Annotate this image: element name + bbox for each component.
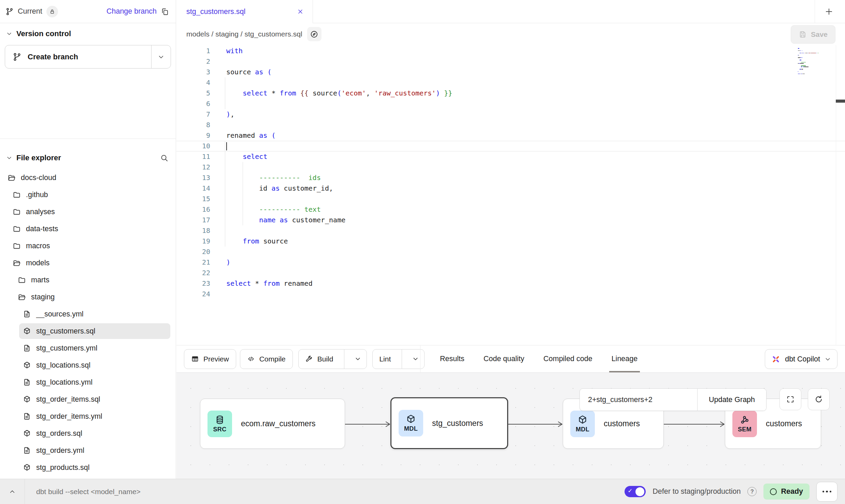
folder-icon [13, 225, 21, 233]
code-line-6[interactable]: 6 [176, 99, 845, 109]
line-text [210, 162, 226, 173]
lineage-selector-input[interactable] [580, 389, 697, 411]
file-item-stg_customers.sql[interactable]: stg_customers.sql [0, 323, 176, 340]
file-item-stg_order_items.sql[interactable]: stg_order_items.sql [0, 391, 176, 408]
copy-icon[interactable] [161, 8, 169, 16]
folder-item-marts[interactable]: marts [0, 271, 176, 288]
code-line-4[interactable]: 4 [176, 77, 845, 88]
code-line-16[interactable]: 16 ---------- text [176, 204, 845, 215]
folder-item-models[interactable]: models [0, 254, 176, 271]
code-line-10[interactable]: 10 [176, 141, 845, 151]
folder-item-macros[interactable]: macros [0, 237, 176, 254]
folder-item-staging[interactable]: staging [0, 288, 176, 306]
tab-results[interactable]: Results [440, 345, 464, 372]
code-line-19[interactable]: 19 from source [176, 236, 845, 247]
line-number: 19 [176, 236, 210, 247]
code-line-2[interactable]: 2 [176, 56, 845, 67]
wrench-icon [305, 355, 313, 363]
change-branch-link[interactable]: Change branch [106, 7, 157, 16]
status-bar-right: ✓ Defer to staging/production ? Ready [625, 482, 837, 502]
save-button[interactable]: Save [791, 25, 835, 44]
code-line-21[interactable]: 21) [176, 257, 845, 268]
line-text: renamed as ( [210, 130, 276, 141]
line-text: select * from renamed [210, 278, 313, 289]
code-line-20[interactable]: 20 [176, 247, 845, 257]
tab-compiled-code[interactable]: Compiled code [543, 345, 592, 372]
file-explorer-toggle[interactable]: File explorer [6, 153, 61, 162]
lineage-node-stg_customers[interactable]: MDLstg_customers [390, 397, 508, 449]
tab-stg-customers-sql[interactable]: stg_customers.sql [176, 0, 313, 23]
file-item-stg_order_items.yml[interactable]: stg_order_items.yml [0, 408, 176, 425]
refresh-button[interactable] [808, 388, 830, 410]
line-text [210, 225, 226, 236]
file-item-stg_locations.sql[interactable]: stg_locations.sql [0, 357, 176, 374]
code-line-7[interactable]: 7), [176, 109, 845, 120]
expand-command-bar-button[interactable] [0, 479, 25, 504]
code-editor[interactable]: 1with23source as (45 select * from {{ so… [176, 45, 845, 345]
create-branch-button[interactable]: Create branch [5, 45, 171, 69]
build-main[interactable]: Build [299, 350, 340, 369]
lint-dropdown[interactable] [406, 350, 424, 369]
doc-icon [23, 378, 31, 386]
file-item-__sources.yml[interactable]: __sources.yml [0, 306, 176, 323]
lineage-node-ecom.raw_customers[interactable]: SRCecom.raw_customers [200, 399, 345, 449]
line-number: 20 [176, 247, 210, 257]
line-text: ---------- text [210, 204, 321, 215]
folder-item-.github[interactable]: .github [0, 186, 176, 203]
scrollbar-marker[interactable] [836, 100, 845, 103]
build-dropdown[interactable] [349, 350, 367, 369]
file-name: data-tests [26, 225, 58, 233]
code-line-24[interactable]: 24 [176, 289, 845, 299]
preview-button[interactable]: Preview [184, 349, 236, 369]
dbt-copilot-button[interactable]: dbt Copilot [765, 349, 837, 369]
code-line-11[interactable]: 11 select [176, 151, 845, 162]
code-line-13[interactable]: 13 ---------- ids [176, 173, 845, 183]
code-line-12[interactable]: 12 [176, 162, 845, 173]
line-number: 11 [176, 151, 210, 162]
file-item-stg_orders.yml[interactable]: stg_orders.yml [0, 442, 176, 459]
code-line-22[interactable]: 22 [176, 268, 845, 278]
folder-item-docs-cloud[interactable]: docs-cloud [0, 169, 176, 186]
code-line-18[interactable]: 18 [176, 225, 845, 236]
code-line-1[interactable]: 1with [176, 46, 845, 56]
code-line-15[interactable]: 15 [176, 194, 845, 204]
lint-button[interactable]: Lint [372, 349, 425, 369]
file-item-stg_locations.yml[interactable]: stg_locations.yml [0, 374, 176, 391]
more-options-button[interactable] [816, 482, 837, 502]
line-number: 16 [176, 204, 210, 215]
status-badge: Ready [763, 484, 810, 500]
lint-main[interactable]: Lint [373, 350, 397, 369]
version-control-title: Version control [16, 29, 71, 38]
code-line-5[interactable]: 5 select * from {{ source('ecom', 'raw_c… [176, 88, 845, 99]
chevron-down-icon [355, 356, 361, 362]
tab-code-quality[interactable]: Code quality [484, 345, 525, 372]
version-control-header[interactable]: Version control [0, 29, 176, 38]
code-line-17[interactable]: 17 name as customer_name [176, 215, 845, 225]
code-line-14[interactable]: 14 id as customer_id, [176, 183, 845, 194]
defer-toggle[interactable]: ✓ [625, 486, 646, 497]
file-item-stg_products.sql[interactable]: stg_products.sql [0, 459, 176, 476]
code-line-23[interactable]: 23select * from renamed [176, 278, 845, 289]
search-icon[interactable] [160, 154, 168, 162]
update-graph-button[interactable]: Update Graph [698, 389, 766, 411]
help-icon[interactable]: ? [747, 487, 757, 496]
lineage-panel[interactable]: SRCecom.raw_customersMDLstg_customersMDL… [176, 372, 845, 479]
minimap[interactable] [798, 48, 818, 76]
new-tab-button[interactable] [821, 4, 837, 19]
create-branch-main[interactable]: Create branch [5, 45, 151, 68]
build-button[interactable]: Build [298, 349, 367, 369]
copilot-health-button[interactable] [307, 27, 321, 41]
folder-item-analyses[interactable]: analyses [0, 203, 176, 220]
code-line-3[interactable]: 3source as ( [176, 67, 845, 77]
create-branch-dropdown[interactable] [152, 45, 171, 68]
file-item-stg_customers.yml[interactable]: stg_customers.yml [0, 340, 176, 357]
fullscreen-button[interactable] [779, 388, 801, 410]
file-item-stg_orders.sql[interactable]: stg_orders.sql [0, 425, 176, 442]
code-line-9[interactable]: 9renamed as ( [176, 130, 845, 141]
command-input[interactable] [25, 479, 625, 504]
tab-lineage[interactable]: Lineage [612, 345, 638, 372]
code-line-8[interactable]: 8 [176, 120, 845, 130]
close-icon[interactable] [297, 8, 304, 15]
folder-item-data-tests[interactable]: data-tests [0, 220, 176, 237]
compile-button[interactable]: Compile [240, 349, 293, 369]
